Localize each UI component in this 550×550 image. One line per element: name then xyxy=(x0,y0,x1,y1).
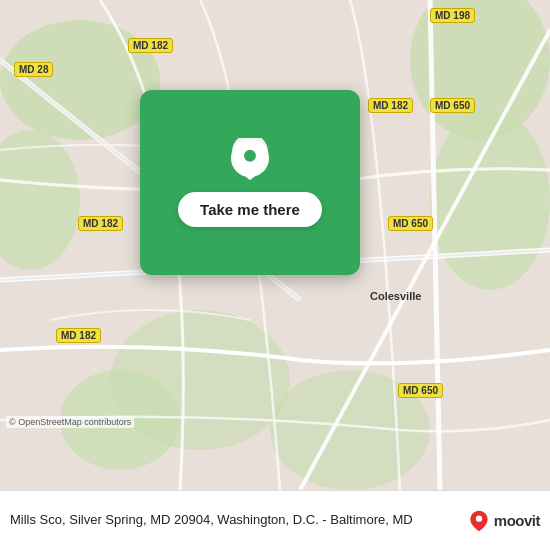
take-me-there-button[interactable]: Take me there xyxy=(178,192,322,227)
osm-attribution: © OpenStreetMap contributors xyxy=(6,416,134,428)
moovit-wordmark: moovit xyxy=(494,512,540,529)
address-text: Mills Sco, Silver Spring, MD 20904, Wash… xyxy=(10,512,460,529)
bottom-bar: Mills Sco, Silver Spring, MD 20904, Wash… xyxy=(0,490,550,550)
svg-point-17 xyxy=(244,150,256,162)
road-label-md198: MD 198 xyxy=(430,8,475,23)
road-label-md28: MD 28 xyxy=(14,62,53,77)
road-label-md182d: MD 182 xyxy=(56,328,101,343)
colesville-label: Colesville xyxy=(370,290,421,302)
location-popup: Take me there xyxy=(140,90,360,275)
map-container: MD 198 MD 182 MD 28 MD 182 MD 650 MD 182… xyxy=(0,0,550,490)
road-label-md182c: MD 182 xyxy=(78,216,123,231)
moovit-pin-icon xyxy=(468,510,490,532)
road-label-md650b: MD 650 xyxy=(388,216,433,231)
svg-point-18 xyxy=(476,515,482,521)
road-label-md182b: MD 182 xyxy=(368,98,413,113)
road-label-md650c: MD 650 xyxy=(398,383,443,398)
road-label-md182a: MD 182 xyxy=(128,38,173,53)
road-label-md650a: MD 650 xyxy=(430,98,475,113)
moovit-logo: moovit xyxy=(468,510,540,532)
location-pin-icon xyxy=(228,138,272,182)
